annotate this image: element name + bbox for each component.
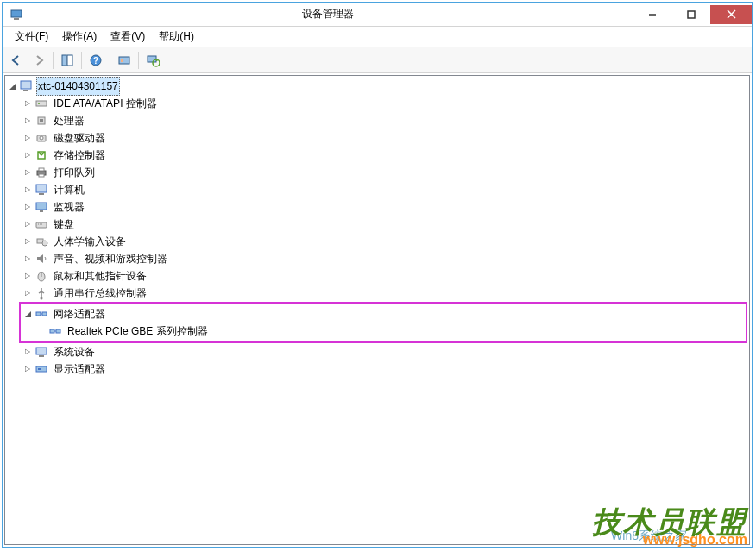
expand-arrow-icon[interactable]	[7, 81, 17, 91]
network-children: Realtek PCIe GBE 系列控制器	[22, 322, 744, 340]
menubar: 文件(F) 操作(A) 查看(V) 帮助(H)	[3, 27, 752, 47]
svg-rect-25	[36, 185, 47, 192]
tree-item-label: Realtek PCIe GBE 系列控制器	[66, 322, 210, 340]
tree-item-label: 显示适配器	[52, 360, 107, 378]
window-title: 设备管理器	[23, 7, 633, 22]
expand-arrow-icon[interactable]	[22, 219, 33, 229]
svg-rect-44	[36, 348, 47, 354]
tree-item-label: 计算机	[52, 181, 86, 198]
svg-point-37	[41, 297, 43, 300]
toolbar: ?	[3, 47, 752, 73]
expand-arrow-icon[interactable]	[22, 309, 33, 319]
tree-item-keyboard[interactable]: 键盘	[22, 216, 747, 233]
refresh-button[interactable]	[142, 50, 163, 71]
monitor-icon	[35, 200, 48, 214]
expand-arrow-icon[interactable]	[22, 98, 33, 109]
expand-arrow-icon[interactable]	[22, 167, 33, 178]
device-tree: xtc-01404301157 IDE ATA/ATAPI 控制器 处理器	[7, 78, 747, 378]
tree-item-label: 存储控制器	[52, 147, 107, 164]
network-icon	[35, 307, 48, 321]
cpu-icon	[35, 114, 48, 128]
tree-item-system[interactable]: 系统设备	[22, 343, 747, 360]
svg-rect-42	[56, 329, 60, 333]
tree-item-monitor[interactable]: 监视器	[22, 198, 747, 216]
app-icon	[9, 8, 23, 22]
expand-arrow-icon[interactable]	[22, 236, 33, 247]
tree-item-display[interactable]: 显示适配器	[22, 360, 747, 378]
back-button[interactable]	[6, 50, 27, 71]
keyboard-icon	[35, 217, 48, 231]
tree-item-label: 声音、视频和游戏控制器	[52, 250, 169, 267]
tree-item-disk[interactable]: 磁盘驱动器	[22, 129, 747, 147]
expand-arrow-icon[interactable]	[22, 202, 33, 212]
tree-item-computer[interactable]: 计算机	[22, 181, 747, 198]
tree-item-label: 人体学输入设备	[52, 233, 128, 250]
menu-action[interactable]: 操作(A)	[55, 28, 104, 46]
svg-rect-38	[36, 312, 41, 316]
svg-rect-27	[36, 203, 47, 210]
maximize-button[interactable]	[671, 5, 710, 24]
expand-arrow-icon[interactable]	[22, 271, 33, 281]
expand-arrow-icon[interactable]	[22, 288, 33, 298]
window-controls	[633, 5, 752, 24]
svg-rect-7	[67, 55, 72, 66]
tree-item-sound[interactable]: 声音、视频和游戏控制器	[22, 250, 747, 267]
menu-file[interactable]: 文件(F)	[8, 28, 55, 46]
disk-icon	[35, 131, 48, 145]
svg-rect-24	[39, 174, 44, 177]
toolbar-separator	[138, 52, 139, 69]
svg-point-17	[38, 103, 40, 104]
expand-arrow-icon[interactable]	[22, 347, 33, 357]
expand-arrow-icon[interactable]	[22, 116, 33, 126]
svg-text:?: ?	[93, 56, 98, 66]
system-icon	[35, 345, 48, 359]
expand-arrow-icon[interactable]	[22, 133, 33, 143]
watermark-text: www.jsgho.com	[643, 532, 747, 548]
expand-arrow-icon[interactable]	[22, 185, 33, 195]
help-button[interactable]: ?	[85, 50, 106, 71]
svg-rect-28	[40, 210, 43, 212]
svg-rect-39	[42, 312, 47, 316]
tree-item-label: 系统设备	[52, 343, 97, 360]
svg-rect-29	[36, 222, 47, 228]
expand-arrow-icon[interactable]	[22, 254, 33, 264]
tree-item-label: 处理器	[52, 112, 86, 129]
tree-item-network[interactable]: 网络适配器	[22, 305, 744, 322]
svg-rect-0	[11, 10, 22, 17]
menu-help[interactable]: 帮助(H)	[152, 28, 201, 46]
tree-item-print[interactable]: 打印队列	[22, 164, 747, 181]
tree-item-realtek[interactable]: Realtek PCIe GBE 系列控制器	[38, 322, 744, 340]
tree-item-storage[interactable]: 存储控制器	[22, 147, 747, 164]
tree-item-hid[interactable]: 人体学输入设备	[22, 233, 747, 250]
close-button[interactable]	[710, 5, 752, 24]
tree-item-label: 键盘	[52, 216, 76, 233]
toolbar-separator	[53, 52, 54, 69]
tree-root-children: IDE ATA/ATAPI 控制器 处理器 磁盘驱动器	[7, 95, 747, 378]
svg-rect-41	[50, 329, 54, 333]
expand-arrow-icon[interactable]	[22, 364, 33, 374]
show-hide-console-button[interactable]	[57, 50, 78, 71]
svg-rect-16	[36, 101, 47, 106]
controller-icon	[35, 97, 48, 110]
tree-item-usb[interactable]: 通用串行总线控制器	[22, 285, 747, 302]
tree-root[interactable]: xtc-01404301157	[7, 78, 747, 95]
minimize-button[interactable]	[633, 5, 671, 24]
tree-item-label: 网络适配器	[52, 305, 107, 322]
tree-item-ide[interactable]: IDE ATA/ATAPI 控制器	[22, 95, 747, 112]
menu-view[interactable]: 查看(V)	[104, 28, 152, 46]
hid-icon	[35, 235, 48, 248]
expand-arrow-icon[interactable]	[22, 150, 33, 160]
titlebar: 设备管理器	[3, 3, 752, 27]
forward-button[interactable]	[28, 50, 49, 71]
tree-view[interactable]: xtc-01404301157 IDE ATA/ATAPI 控制器 处理器	[4, 75, 750, 545]
svg-rect-26	[39, 193, 44, 195]
scan-hardware-button[interactable]	[114, 50, 135, 71]
tree-item-mouse[interactable]: 鼠标和其他指针设备	[22, 267, 747, 285]
svg-rect-6	[62, 55, 66, 66]
tree-root-label[interactable]: xtc-01404301157	[36, 77, 120, 96]
tree-item-label: 监视器	[52, 198, 86, 216]
tree-item-label: 鼠标和其他指针设备	[52, 267, 148, 285]
tree-item-processor[interactable]: 处理器	[22, 112, 747, 129]
svg-rect-3	[688, 11, 695, 18]
toolbar-separator	[110, 52, 110, 69]
